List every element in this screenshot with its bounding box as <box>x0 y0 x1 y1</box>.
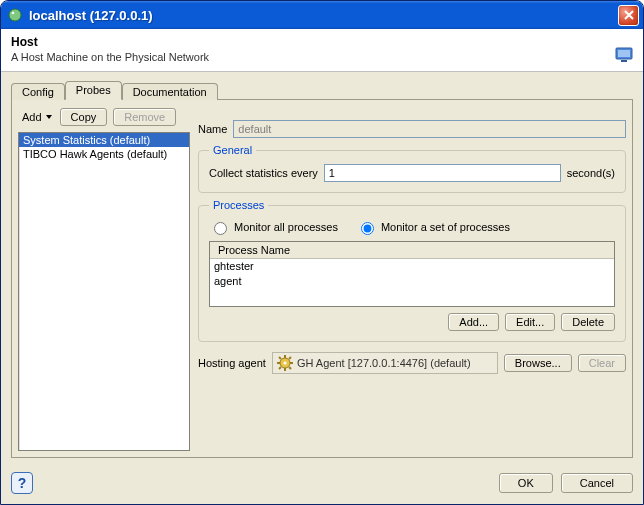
ok-button[interactable]: OK <box>499 473 553 493</box>
tab-content: Add Copy Remove System Statistics (defau… <box>11 99 633 458</box>
interval-field[interactable] <box>324 164 561 182</box>
tab-config[interactable]: Config <box>11 83 65 100</box>
probe-toolbar: Add Copy Remove <box>18 106 190 132</box>
close-button[interactable] <box>618 5 639 26</box>
process-edit-button[interactable]: Edit... <box>505 313 555 331</box>
dialog-window: localhost (127.0.0.1) Host A Host Machin… <box>0 0 644 505</box>
name-row: Name <box>198 120 626 138</box>
agent-text: GH Agent [127.0.0.1:4476] (default) <box>297 357 471 369</box>
seconds-label: second(s) <box>567 167 615 179</box>
header-title: Host <box>11 35 209 49</box>
monitor-set-radio[interactable]: Monitor a set of processes <box>356 219 510 235</box>
general-group: General Collect statistics every second(… <box>198 144 626 193</box>
add-menu-button[interactable]: Add <box>20 109 54 125</box>
hosting-row: Hosting agent <box>198 352 626 374</box>
svg-point-6 <box>283 361 286 364</box>
process-name-header[interactable]: Process Name <box>210 242 614 259</box>
svg-rect-3 <box>618 50 630 57</box>
probe-list[interactable]: System Statistics (default) TIBCO Hawk A… <box>18 132 190 451</box>
svg-point-0 <box>9 9 21 21</box>
copy-button[interactable]: Copy <box>60 108 108 126</box>
svg-line-11 <box>279 357 281 359</box>
svg-point-1 <box>12 12 15 15</box>
add-label: Add <box>22 111 42 123</box>
monitor-set-label: Monitor a set of processes <box>381 221 510 233</box>
header: Host A Host Machine on the Physical Netw… <box>1 29 643 72</box>
svg-line-12 <box>289 367 291 369</box>
monitor-icon <box>615 47 633 63</box>
list-item[interactable]: System Statistics (default) <box>19 133 189 147</box>
svg-line-14 <box>289 357 291 359</box>
process-delete-button[interactable]: Delete <box>561 313 615 331</box>
titlebar: localhost (127.0.0.1) <box>1 1 643 29</box>
name-field[interactable] <box>233 120 626 138</box>
monitor-all-radio[interactable]: Monitor all processes <box>209 219 338 235</box>
cancel-button[interactable]: Cancel <box>561 473 633 493</box>
processes-group: Processes Monitor all processes Monitor … <box>198 199 626 342</box>
process-table[interactable]: Process Name ghtester agent <box>209 241 615 307</box>
table-row[interactable]: ghtester <box>210 259 614 274</box>
right-pane: Name General Collect statistics every se… <box>198 106 626 451</box>
name-label: Name <box>198 123 227 135</box>
caret-down-icon <box>46 115 52 119</box>
remove-button[interactable]: Remove <box>113 108 176 126</box>
help-button[interactable]: ? <box>11 472 33 494</box>
process-add-button[interactable]: Add... <box>448 313 499 331</box>
header-description: A Host Machine on the Physical Network <box>11 51 209 63</box>
hosting-label: Hosting agent <box>198 357 266 369</box>
list-item[interactable]: TIBCO Hawk Agents (default) <box>19 147 189 161</box>
window-title: localhost (127.0.0.1) <box>29 8 618 23</box>
collect-label: Collect statistics every <box>209 167 318 179</box>
agent-display: GH Agent [127.0.0.1:4476] (default) <box>272 352 498 374</box>
monitor-set-input[interactable] <box>361 222 374 235</box>
table-row[interactable]: agent <box>210 274 614 289</box>
gear-icon <box>277 355 293 371</box>
svg-line-13 <box>279 367 281 369</box>
browse-button[interactable]: Browse... <box>504 354 572 372</box>
processes-legend: Processes <box>209 199 268 211</box>
app-icon <box>7 7 23 23</box>
svg-rect-4 <box>621 60 627 62</box>
clear-button[interactable]: Clear <box>578 354 626 372</box>
monitor-all-input[interactable] <box>214 222 227 235</box>
left-pane: Add Copy Remove System Statistics (defau… <box>18 106 190 451</box>
general-legend: General <box>209 144 256 156</box>
tab-documentation[interactable]: Documentation <box>122 83 218 100</box>
tab-probes[interactable]: Probes <box>65 81 122 100</box>
monitor-all-label: Monitor all processes <box>234 221 338 233</box>
tab-bar: Config Probes Documentation <box>11 80 633 100</box>
footer: ? OK Cancel <box>1 464 643 504</box>
